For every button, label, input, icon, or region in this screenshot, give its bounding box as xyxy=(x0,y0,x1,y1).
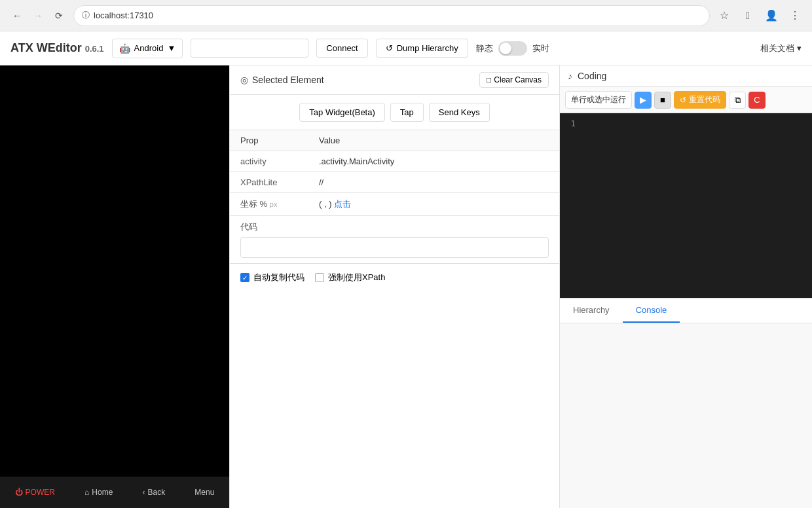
clear-icon: C xyxy=(754,95,760,105)
main-layout: ⏻ POWER ⌂ Home ‹ Back Menu ◎ Selected El… xyxy=(0,65,812,508)
back-arrow-icon: ‹ xyxy=(143,488,145,497)
menu-device-button[interactable]: Menu xyxy=(189,485,219,499)
action-buttons: Tap Widget(Beta) Tap Send Keys xyxy=(230,95,559,130)
selected-element-title: ◎ Selected Element xyxy=(240,75,324,85)
realtime-mode-label: 实时 xyxy=(532,43,549,54)
app-toolbar: ATX WEditor 0.6.1 🤖 Android ▼ Connect ↺ … xyxy=(0,31,812,65)
forward-nav-button[interactable]: → xyxy=(29,7,47,25)
toggle-knob xyxy=(500,43,511,54)
device-input[interactable] xyxy=(191,39,308,58)
tap-widget-label: Tap Widget(Beta) xyxy=(309,107,375,117)
clear-canvas-checkbox-icon: □ xyxy=(487,75,491,84)
prop-xpathlite: XPathLite xyxy=(230,172,308,193)
prop-coord: 坐标 % px xyxy=(230,193,308,216)
middle-panel: ◎ Selected Element □ Clear Canvas Tap Wi… xyxy=(229,65,560,508)
value-activity: .activity.MainActivity xyxy=(308,151,559,172)
options-section: ✓ 自动复制代码 强制使用XPath xyxy=(230,264,559,291)
android-label: Android xyxy=(134,43,164,53)
reset-label: 重置代码 xyxy=(689,94,720,105)
connect-label: Connect xyxy=(326,43,358,53)
auto-copy-checkbox[interactable]: ✓ xyxy=(240,273,249,282)
stop-icon: ■ xyxy=(660,95,665,105)
hierarchy-tab-label: Hierarchy xyxy=(573,305,610,315)
copy-icon: ⧉ xyxy=(735,95,741,105)
force-xpath-label: 强制使用XPath xyxy=(328,272,385,283)
back-button[interactable]: ‹ Back xyxy=(138,485,171,499)
menu-label: Menu xyxy=(194,488,214,497)
code-input[interactable] xyxy=(240,237,549,258)
auto-copy-checkbox-label[interactable]: ✓ 自动复制代码 xyxy=(240,272,304,283)
auto-copy-label: 自动复制代码 xyxy=(253,272,304,283)
home-icon: ⌂ xyxy=(84,488,89,497)
refresh-icon: ↺ xyxy=(386,43,393,53)
force-xpath-checkbox-label[interactable]: 强制使用XPath xyxy=(315,272,385,283)
stop-button[interactable]: ■ xyxy=(654,92,671,109)
profile-button[interactable]: 👤 xyxy=(762,7,781,25)
menu-button[interactable]: ⋮ xyxy=(786,7,804,25)
docs-link[interactable]: 相关文档 ▾ xyxy=(760,43,802,54)
address-bar[interactable]: ⓘ localhost:17310 xyxy=(73,5,710,26)
copy-code-button[interactable]: ⧉ xyxy=(729,92,746,109)
reload-button[interactable]: ⟳ xyxy=(50,7,68,25)
android-icon: 🤖 xyxy=(119,43,130,54)
mode-toggle[interactable] xyxy=(498,41,527,56)
tap-button[interactable]: Tap xyxy=(390,103,424,122)
clear-canvas-button[interactable]: □ Clear Canvas xyxy=(479,72,549,88)
android-dropdown[interactable]: 🤖 Android ▼ xyxy=(112,39,183,58)
home-button[interactable]: ⌂ Home xyxy=(79,485,118,499)
right-panel: ♪ Coding 单行或选中运行 ▶ ■ ↺ 重置代码 ⧉ C xyxy=(560,65,812,508)
value-coord: ( , ) 点击 xyxy=(308,193,559,216)
browser-chrome: ← → ⟳ ⓘ localhost:17310 ☆ 🩯 👤 ⋮ xyxy=(0,0,812,31)
lock-icon: ⓘ xyxy=(82,10,90,21)
tap-widget-button[interactable]: Tap Widget(Beta) xyxy=(299,103,384,122)
selected-element-header: ◎ Selected Element □ Clear Canvas xyxy=(230,65,559,95)
value-xpathlite: // xyxy=(308,172,559,193)
play-button[interactable]: ▶ xyxy=(635,92,652,109)
value-col-header: Value xyxy=(308,130,559,151)
tab-console[interactable]: Console xyxy=(623,299,680,323)
px-label: px xyxy=(270,200,278,208)
extensions-button[interactable]: 🩯 xyxy=(739,7,757,25)
power-button[interactable]: ⏻ POWER xyxy=(10,485,60,499)
send-keys-button[interactable]: Send Keys xyxy=(429,103,490,122)
static-mode-label: 静态 xyxy=(476,43,493,54)
back-nav-button[interactable]: ← xyxy=(8,7,26,25)
reset-code-button[interactable]: ↺ 重置代码 xyxy=(674,91,726,109)
props-table: Prop Value activity .activity.MainActivi… xyxy=(230,130,559,216)
table-row: activity .activity.MainActivity xyxy=(230,151,559,172)
browser-actions: ☆ 🩯 👤 ⋮ xyxy=(715,7,804,25)
tab-hierarchy[interactable]: Hierarchy xyxy=(560,299,623,323)
code-editor[interactable]: 1 xyxy=(560,113,812,298)
run-selected-button[interactable]: 单行或选中运行 xyxy=(565,91,632,109)
device-bottom-bar: ⏻ POWER ⌂ Home ‹ Back Menu xyxy=(0,477,229,508)
run-selected-label: 单行或选中运行 xyxy=(571,95,626,104)
table-row: 坐标 % px ( , ) 点击 xyxy=(230,193,559,216)
power-label: POWER xyxy=(26,488,55,497)
mode-toggle-group: 静态 实时 xyxy=(476,41,549,56)
clear-code-button[interactable]: C xyxy=(748,92,766,109)
dump-hierarchy-button[interactable]: ↺ Dump Hierarchy xyxy=(376,39,468,58)
bottom-tabs: Hierarchy Console xyxy=(560,298,812,323)
dropdown-chevron-icon: ▼ xyxy=(167,43,175,53)
line-number-1: 1 xyxy=(560,118,583,128)
reset-icon: ↺ xyxy=(680,96,686,105)
device-panel: ⏻ POWER ⌂ Home ‹ Back Menu xyxy=(0,65,229,508)
code-label: 代码 xyxy=(240,221,549,233)
docs-label: 相关文档 ▾ xyxy=(760,43,802,53)
code-section: 代码 xyxy=(230,216,559,264)
power-icon: ⏻ xyxy=(15,488,23,497)
connect-button[interactable]: Connect xyxy=(316,39,367,58)
coding-toolbar: 单行或选中运行 ▶ ■ ↺ 重置代码 ⧉ C xyxy=(560,87,812,113)
nav-buttons: ← → ⟳ xyxy=(8,7,68,25)
coding-header: ♪ Coding xyxy=(560,65,812,87)
home-label: Home xyxy=(92,488,113,497)
target-icon: ◎ xyxy=(240,75,248,85)
coding-title: Coding xyxy=(578,71,606,81)
bookmark-button[interactable]: ☆ xyxy=(715,7,733,25)
tap-label: Tap xyxy=(400,107,414,117)
force-xpath-checkbox[interactable] xyxy=(315,273,324,282)
selected-element-label: Selected Element xyxy=(252,75,324,85)
click-link[interactable]: 点击 xyxy=(334,199,351,209)
app-version: 0.6.1 xyxy=(85,44,104,54)
app-name-prefix: ATX xyxy=(10,41,37,54)
